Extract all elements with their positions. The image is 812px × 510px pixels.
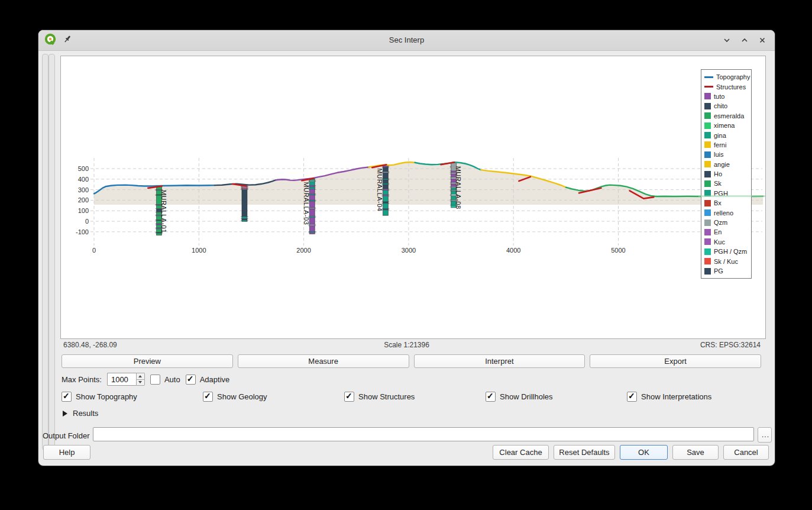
show-interpretations-checkbox[interactable]: Show Interpretations (627, 392, 711, 402)
measure-button[interactable]: Measure (238, 354, 409, 368)
shade-window-icon[interactable] (723, 36, 731, 44)
maximize-window-icon[interactable] (740, 36, 749, 44)
show-interpretations-box[interactable] (627, 392, 637, 402)
legend-item: chito (704, 101, 748, 111)
legend-swatch (704, 209, 711, 216)
auto-checkbox[interactable]: Auto (150, 375, 180, 385)
adaptive-checkbox-box[interactable] (186, 375, 196, 385)
topography-overdraw-artifact (698, 195, 765, 197)
legend-label: Sk (714, 180, 722, 187)
scale-readout: Scale 1:21396 (38, 341, 775, 349)
x-tick-label: 2000 (296, 247, 310, 254)
legend-item: gina (704, 130, 748, 140)
legend-swatch (704, 268, 711, 275)
interpret-button[interactable]: Interpret (414, 354, 585, 368)
show-structures-checkbox[interactable]: Show Structures (344, 392, 415, 402)
window-title: Sec Interp (38, 30, 775, 50)
y-tick-label: 200 (78, 196, 89, 204)
legend-label: Structures (716, 83, 746, 91)
adaptive-checkbox[interactable]: Adaptive (186, 375, 230, 385)
legend-label: angie (714, 161, 730, 168)
y-tick-label: 100 (78, 207, 89, 214)
drillhole-label: MURALLA-03 (303, 182, 310, 225)
drillhole-interval (156, 233, 161, 235)
legend-swatch (704, 171, 711, 177)
legend-swatch (704, 86, 713, 88)
max-points-label: Max Points: (62, 375, 102, 384)
legend-swatch (704, 132, 711, 138)
legend-swatch (704, 141, 711, 148)
show-drillholes-box[interactable] (486, 392, 496, 402)
close-window-icon[interactable] (758, 36, 766, 44)
show-drillholes-checkbox[interactable]: Show Drillholes (486, 392, 553, 402)
show-structures-box[interactable] (344, 392, 354, 402)
legend-label: relleno (714, 209, 733, 217)
clear-cache-button[interactable]: Clear Cache (493, 445, 549, 460)
legend-item: ximena (704, 121, 748, 130)
y-tick-label: -100 (76, 228, 89, 235)
legend-label: PG (714, 267, 723, 275)
legend-swatch (704, 248, 711, 255)
legend-item: Qzm (704, 218, 748, 227)
legend-item: Bx (704, 198, 748, 208)
legend-label: tuto (714, 93, 724, 100)
reset-defaults-button[interactable]: Reset Defaults (554, 445, 615, 460)
plot-legend: TopographyStructurestutochitoesmeraldaxi… (701, 69, 752, 279)
drillhole-interval (242, 189, 247, 217)
results-expander[interactable]: Results (63, 409, 98, 418)
legend-item: Structures (704, 82, 748, 91)
spin-up-icon[interactable] (136, 373, 145, 379)
action-toolbar: Preview Measure Interpret Export (62, 354, 761, 368)
help-button[interactable]: Help (43, 445, 90, 460)
adaptive-label: Adaptive (200, 375, 230, 384)
y-tick-label: 300 (78, 186, 89, 193)
legend-swatch (704, 112, 711, 119)
legend-label: ximena (714, 122, 735, 129)
show-geology-box[interactable] (203, 392, 213, 402)
legend-label: gina (714, 132, 726, 139)
browse-folder-button[interactable]: ... (758, 427, 772, 443)
cancel-button[interactable]: Cancel (723, 445, 769, 460)
output-folder-label: Output Folder (43, 431, 90, 440)
show-geology-checkbox[interactable]: Show Geology (203, 392, 267, 402)
save-button[interactable]: Save (672, 445, 719, 460)
spin-down-icon[interactable] (136, 379, 145, 386)
export-button[interactable]: Export (590, 354, 761, 368)
auto-label: Auto (164, 375, 180, 384)
section-plot-canvas[interactable]: -100010020030040050001000200030004000500… (60, 56, 766, 339)
output-folder-input[interactable] (93, 427, 754, 441)
results-label: Results (73, 409, 98, 418)
legend-swatch (704, 103, 711, 109)
drillhole-interval (242, 218, 247, 220)
x-tick-label: 1000 (192, 247, 206, 254)
y-tick-label: 500 (78, 165, 89, 172)
drillhole-interval (242, 217, 247, 218)
drillhole-interval (309, 225, 315, 231)
expander-arrow-icon (63, 411, 67, 417)
show-topography-checkbox[interactable]: Show Topography (62, 392, 137, 402)
legend-item: Sk / Kuc (704, 256, 748, 266)
ok-button[interactable]: OK (620, 445, 668, 460)
titlebar[interactable]: Sec Interp (38, 30, 775, 51)
legend-label: esmeralda (714, 112, 744, 120)
collapsed-panel-handle-2[interactable] (48, 54, 55, 450)
show-structures-label: Show Structures (358, 392, 415, 401)
drillhole-label: MURALLA-01 (160, 190, 167, 233)
layer-visibility-row: Show Topography Show Geology Show Struct… (62, 392, 761, 404)
collapsed-panel-handle-1[interactable] (42, 54, 48, 450)
legend-label: Topography (716, 73, 750, 80)
sec-interp-dialog: Sec Interp -1000100200300400500010002000… (38, 30, 775, 466)
legend-item: tuto (704, 92, 748, 101)
legend-label: PGH / Qzm (714, 248, 747, 255)
legend-swatch (704, 229, 711, 235)
show-topography-label: Show Topography (76, 392, 137, 401)
legend-item: esmeralda (704, 111, 748, 121)
screen-background: Sec Interp -1000100200300400500010002000… (0, 0, 812, 510)
auto-checkbox-box[interactable] (150, 375, 160, 385)
legend-item: PG (704, 266, 748, 276)
show-topography-box[interactable] (62, 392, 72, 402)
crs-readout: CRS: EPSG:32614 (700, 341, 761, 349)
preview-button[interactable]: Preview (62, 354, 233, 368)
x-tick-label: 4000 (506, 247, 520, 254)
max-points-input[interactable] (107, 373, 136, 386)
